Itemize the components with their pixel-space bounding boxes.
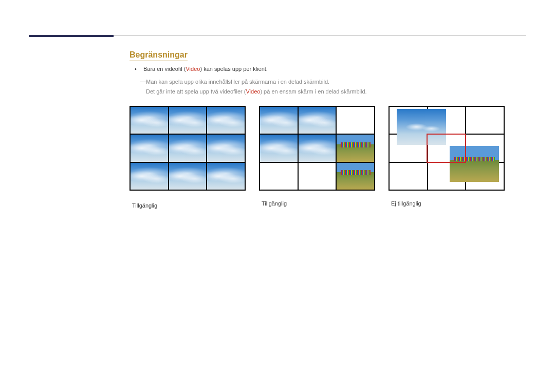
grid-cell xyxy=(169,106,207,134)
figure-3: Ej tillgänglig xyxy=(388,106,505,209)
grid-cell xyxy=(298,106,337,134)
figure-row: Tillgänglig Tillgänglig xyxy=(130,106,505,209)
figure-1: Tillgänglig xyxy=(130,106,246,209)
sub-note-highlight: Video xyxy=(246,88,260,95)
grid-cell xyxy=(207,134,245,162)
grid-cell xyxy=(336,162,375,190)
sub-note: Man kan spela upp olika innehållsfiler p… xyxy=(146,77,367,96)
grid-cell xyxy=(169,162,207,190)
grid-3x3-full-sky xyxy=(130,106,246,191)
bullet-text-post: ) kan spelas upp per klient. xyxy=(200,66,267,72)
grid-cell xyxy=(130,134,169,162)
figure-caption: Ej tillgänglig xyxy=(391,200,505,207)
grid-cell xyxy=(260,106,298,134)
grid-cell xyxy=(207,162,245,190)
grid-3x3-mixed xyxy=(259,106,375,191)
bullet-item: Bara en videofil (Video) kan spelas upp … xyxy=(135,66,367,72)
grid-cell xyxy=(130,106,169,134)
section-heading: Begränsningar xyxy=(130,50,188,61)
figure-2: Tillgänglig xyxy=(259,106,375,209)
sub-note-post: ) på en ensam skärm i en delad skärmbild… xyxy=(260,88,366,95)
header-accent-bar xyxy=(29,35,114,37)
limitations-list: Bara en videofil (Video) kan spelas upp … xyxy=(135,66,367,96)
bullet-highlight: Video xyxy=(186,66,200,72)
grid-cell xyxy=(260,162,298,190)
sub-note-line: Det går inte att spela upp två videofile… xyxy=(146,87,367,97)
grid-cell xyxy=(130,162,169,190)
grid-cell xyxy=(207,106,245,134)
grid-cell xyxy=(298,134,337,162)
grid-cell xyxy=(336,134,375,162)
grid-cell xyxy=(298,162,337,190)
grid-cell xyxy=(169,134,207,162)
bullet-text-pre: Bara en videofil ( xyxy=(143,66,186,72)
grid-cell xyxy=(336,106,375,134)
grid-cell xyxy=(260,134,298,162)
sub-note-pre: Det går inte att spela upp två videofile… xyxy=(146,88,246,95)
figure-caption: Tillgänglig xyxy=(262,200,375,207)
grid-cell xyxy=(466,106,504,134)
figure-caption: Tillgänglig xyxy=(132,202,246,209)
sub-note-line: Man kan spela upp olika innehållsfiler p… xyxy=(146,77,367,87)
grid-cell xyxy=(389,162,428,190)
conflict-highlight-box xyxy=(427,134,466,163)
grid-3x3-conflict xyxy=(388,106,505,191)
